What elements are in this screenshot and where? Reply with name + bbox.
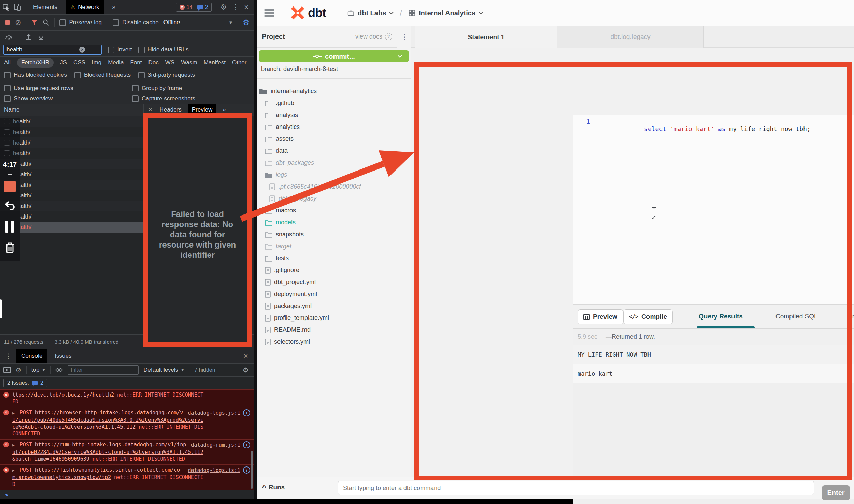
view-docs-link[interactable]: view docs ?: [355, 33, 392, 40]
tree-item-file[interactable]: selectors.yml: [257, 336, 411, 348]
console-sidebar-icon[interactable]: [3, 367, 11, 373]
export-har-icon[interactable]: [38, 33, 44, 40]
tab-elements[interactable]: Elements: [28, 0, 62, 14]
console-kebab-menu-icon[interactable]: ⋮: [3, 352, 14, 360]
request-row[interactable]: health/: [0, 116, 143, 127]
pause-recording-button[interactable]: [5, 221, 14, 233]
chip-js[interactable]: JS: [60, 59, 67, 66]
chip-fetch-xhr[interactable]: Fetch/XHR: [17, 58, 54, 68]
has-blocked-cookies-checkbox[interactable]: Has blocked cookies: [4, 72, 67, 78]
network-conditions-icon[interactable]: [5, 33, 13, 40]
tree-item-folder-models[interactable]: models: [257, 217, 411, 228]
dbt-logo[interactable]: dbt: [290, 5, 326, 20]
request-row[interactable]: alth/: [0, 159, 143, 169]
use-large-request-rows-checkbox[interactable]: Use large request rows: [4, 85, 132, 92]
chip-all[interactable]: All: [4, 59, 11, 66]
source-link[interactable]: datadog-rum.js:1: [191, 442, 241, 448]
tab-dbt-log-legacy[interactable]: dbt.log.legacy: [557, 26, 704, 48]
account-switcher[interactable]: dbt Labs: [347, 9, 394, 17]
device-toolbar-icon[interactable]: [14, 3, 21, 11]
request-row[interactable]: alth/: [0, 169, 143, 180]
commit-button[interactable]: commit...: [259, 50, 409, 62]
chip-media[interactable]: Media: [108, 59, 124, 66]
request-table-name-header[interactable]: Name: [0, 104, 143, 116]
trash-icon[interactable]: [4, 242, 15, 255]
chip-doc[interactable]: Doc: [148, 59, 159, 66]
tree-item-file[interactable]: packages.yml: [257, 300, 411, 312]
request-row[interactable]: health/: [0, 148, 143, 159]
log-levels-selector[interactable]: Default levels ▼: [143, 367, 184, 373]
commit-dropdown-chevron[interactable]: [390, 50, 409, 62]
tree-item-file[interactable]: .gitignore: [257, 264, 411, 276]
clear-console-icon[interactable]: ⊘: [16, 366, 22, 374]
tree-item-folder[interactable]: macros: [257, 205, 411, 217]
network-filter-input[interactable]: [3, 45, 102, 55]
tree-item-file[interactable]: profile_template.yml: [257, 312, 411, 324]
hide-data-urls-checkbox[interactable]: Hide data URLs: [138, 46, 189, 53]
close-detail-icon[interactable]: ×: [147, 106, 154, 114]
info-icon[interactable]: i: [243, 441, 250, 448]
throttling-select[interactable]: Offline: [163, 19, 180, 26]
undo-icon[interactable]: [4, 201, 15, 212]
request-row[interactable]: alth/: [0, 211, 143, 222]
stop-recording-button[interactable]: [4, 181, 16, 192]
disclosure-triangle-icon[interactable]: ▶: [12, 468, 15, 473]
group-by-frame-checkbox[interactable]: Group by frame: [132, 85, 250, 92]
request-row[interactable]: alth/: [0, 190, 143, 201]
hamburger-menu-icon[interactable]: [264, 9, 274, 17]
tree-item-file[interactable]: deployment.yml: [257, 288, 411, 300]
eye-icon[interactable]: [55, 367, 63, 373]
invert-checkbox[interactable]: Invert: [108, 46, 132, 53]
request-row[interactable]: alth/: [0, 180, 143, 190]
preserve-log-checkbox[interactable]: Preserve log: [59, 19, 101, 26]
tab-console[interactable]: Console: [16, 349, 47, 363]
blocked-requests-checkbox[interactable]: Blocked Requests: [74, 72, 131, 78]
dbt-command-input[interactable]: [338, 481, 814, 495]
issues-summary-button[interactable]: 2 Issues: 2: [3, 379, 47, 387]
chip-manifest[interactable]: Manifest: [204, 59, 226, 66]
close-devtools-icon[interactable]: ×: [244, 2, 249, 12]
runs-toggle[interactable]: ^ Runs: [262, 483, 285, 491]
import-har-icon[interactable]: [26, 33, 32, 40]
tree-item-file[interactable]: README.md: [257, 324, 411, 336]
console-error[interactable]: ✕ datadog-logs.js:1 i ▶ POST https://fis…: [0, 464, 254, 490]
throttling-dropdown-chevron[interactable]: ▼: [228, 20, 233, 25]
disclosure-triangle-icon[interactable]: ▶: [12, 443, 15, 447]
request-row[interactable]: alth/: [0, 201, 143, 211]
tree-item-root[interactable]: internal-analytics: [257, 85, 411, 97]
hidden-messages-count[interactable]: 7 hidden: [194, 367, 215, 373]
context-selector[interactable]: top ▼: [31, 367, 46, 373]
chip-ws[interactable]: WS: [165, 59, 174, 66]
third-party-requests-checkbox[interactable]: 3rd-party requests: [138, 72, 195, 78]
info-icon[interactable]: i: [243, 409, 250, 416]
console-filter-input[interactable]: [68, 365, 139, 375]
clear-network-icon[interactable]: ⊘: [15, 18, 21, 27]
request-row-selected[interactable]: alth/: [0, 222, 143, 233]
source-link[interactable]: datadog-logs.js:1: [188, 410, 240, 416]
tree-item-folder[interactable]: analytics: [257, 121, 411, 133]
search-icon[interactable]: [43, 19, 49, 26]
error-issue-badges[interactable]: ✕ 14 2: [176, 3, 212, 12]
disable-cache-checkbox[interactable]: Disable cache: [113, 19, 159, 26]
tab-issues[interactable]: Issues: [50, 349, 76, 363]
tree-item-folder[interactable]: dbt_packages: [257, 157, 411, 169]
chip-img[interactable]: Img: [92, 59, 101, 66]
panel-kebab-menu-icon[interactable]: ⋮: [401, 33, 408, 41]
more-tabs-chevron[interactable]: »: [108, 0, 120, 14]
record-network-log-icon[interactable]: [5, 20, 10, 25]
tree-item-file[interactable]: dbt.log.legacy: [257, 193, 411, 205]
chip-css[interactable]: CSS: [73, 59, 85, 66]
show-overview-checkbox[interactable]: Show overview: [4, 95, 132, 102]
inspect-icon[interactable]: [3, 3, 10, 11]
console-prompt[interactable]: >: [0, 490, 254, 496]
tree-item-folder[interactable]: data: [257, 145, 411, 157]
tab-statement-1[interactable]: Statement 1: [415, 26, 557, 48]
chip-font[interactable]: Font: [130, 59, 142, 66]
kebab-menu-icon[interactable]: ⋮: [232, 3, 239, 12]
tree-item-folder[interactable]: assets: [257, 133, 411, 145]
console-error[interactable]: ✕ ttps://dcvc.tob/o.bucz.1y/hcutth2 net:…: [0, 389, 254, 407]
tree-item-folder[interactable]: target: [257, 240, 411, 252]
network-settings-gear-icon[interactable]: ⚙: [243, 18, 250, 27]
tree-item-folder[interactable]: logs: [257, 169, 411, 181]
request-row[interactable]: health/: [0, 137, 143, 148]
